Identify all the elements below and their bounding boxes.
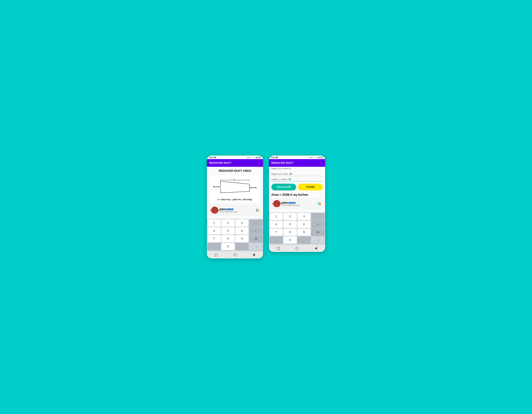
key-dot[interactable]: . <box>235 243 248 250</box>
app-header-1: REDUCER DUCT ⋮ <box>207 159 263 167</box>
key-1[interactable]: 1 <box>208 219 221 227</box>
clear-button[interactable]: CLEAR <box>298 184 323 191</box>
nav-square-2[interactable] <box>276 246 280 250</box>
ad-monster-icon-2 <box>273 200 280 207</box>
key2-4[interactable]: 4 <box>270 221 283 228</box>
keyboard2-row-3: 7 8 9 ⌫ <box>270 229 324 236</box>
ad-monster-icon-1 <box>211 207 218 214</box>
key2-9[interactable]: 9 <box>297 229 311 236</box>
nav-bar-2 <box>269 245 325 252</box>
phone-2: 8:27 AM ••• ✦ ⋮⋮⋮ 4G 52 REDUCER DUCT ⋮ H… <box>269 155 325 252</box>
app-title-1: REDUCER DUCT <box>209 162 231 164</box>
svg-text:L: L <box>234 178 235 180</box>
key2-6[interactable]: 6 <box>297 221 311 228</box>
key2-comma[interactable]: , <box>270 236 283 244</box>
nav-home-1[interactable] <box>233 253 237 257</box>
ad-content-1: Test Ad Nice job! This is a 320x100 test… <box>219 208 255 213</box>
network-type: 4G <box>256 157 257 158</box>
key-5[interactable]: 5 <box>221 227 235 234</box>
signal-dots: ••• <box>247 157 249 158</box>
key2-minus[interactable]: − <box>311 213 324 220</box>
main-content-1: REDUCER DUCT AREA L W1 X H1 W2 X H2 A = … <box>207 167 263 219</box>
ad-text-2: This is a 320x100 test ad. <box>282 204 317 206</box>
key-4[interactable]: 4 <box>208 227 221 234</box>
keyboard2-row-2: 4 5 6 ↵ <box>270 221 324 228</box>
nav-back-1[interactable] <box>252 253 256 257</box>
key2-8[interactable]: 8 <box>284 229 297 236</box>
key2-2[interactable]: 2 <box>284 213 297 220</box>
field-l-value: 26 <box>288 178 323 181</box>
svg-text:W2 X H2: W2 X H2 <box>250 187 256 189</box>
status-icons-2: ••• ✦ ⋮⋮⋮ 4G 52 <box>309 156 323 158</box>
field-l-label: Length ( L ) inches <box>271 178 287 180</box>
ad-banner-2: Test Ad Nice job! This is a 320x100 test… <box>271 198 323 209</box>
status-bar-1: 8:27 AM ••• ✦ ⋮⋮⋮ 4G 52 <box>207 155 263 159</box>
key2-tab[interactable]: →| <box>311 236 324 244</box>
key-backspace[interactable]: ⌫ <box>249 235 262 242</box>
field-h2-value: 25 <box>289 173 323 175</box>
app-header-2: REDUCER DUCT ⋮ <box>269 159 325 167</box>
key2-backspace[interactable]: ⌫ <box>311 229 324 236</box>
key-7[interactable]: 7 <box>208 235 221 242</box>
field-h2-row: Height ( H2 ) inches 25 <box>271 173 323 176</box>
page-title-1: REDUCER DUCT AREA <box>209 169 261 173</box>
nav-back-2[interactable] <box>314 246 318 250</box>
signal-bars: ⋮⋮⋮ <box>251 157 255 158</box>
key-minus[interactable]: − <box>249 219 262 227</box>
field-l-row: Length ( L ) inches 26 <box>271 178 323 181</box>
keyboard2-row-4: , 0 . →| <box>270 236 324 244</box>
h1-scrolled-label: Height ( H1 ) inches 25 <box>271 167 291 170</box>
buttons-row: CALCULATE CLEAR <box>271 184 323 191</box>
nav-home-2[interactable] <box>295 246 299 250</box>
keyboard-row-2: 4 5 6 ↵ <box>208 227 262 234</box>
ad-badge-2: Test Ad <box>282 202 288 204</box>
keyboard-1: 1 2 3 − 4 5 6 ↵ 7 8 9 ⌫ , 0 . →| <box>207 219 263 251</box>
key2-5[interactable]: 5 <box>284 221 297 228</box>
key2-enter[interactable]: ↵ <box>311 221 324 228</box>
diagram-container: L W1 X H1 W2 X H2 A = 2(W1+H1)L - [(W1+H… <box>209 175 261 203</box>
keyboard-2: 1 2 3 − 4 5 6 ↵ 7 8 9 ⌫ , 0 . →| <box>269 212 325 245</box>
key-tab[interactable]: →| <box>249 243 262 250</box>
menu-dots-2[interactable]: ⋮ <box>320 161 323 165</box>
key-8[interactable]: 8 <box>221 235 235 242</box>
key-enter[interactable]: ↵ <box>249 227 262 234</box>
key-2[interactable]: 2 <box>221 219 235 227</box>
keyboard-row-1: 1 2 3 − <box>208 219 262 227</box>
network-type-2: 4G <box>318 157 320 158</box>
scrolled-hint: Height ( H1 ) inches 25 <box>269 167 325 170</box>
ad-text-1: This is a 320x100 test ad. <box>219 211 255 213</box>
key2-dot[interactable]: . <box>297 236 311 244</box>
result-text: Area = 2548.0 sq inches <box>271 193 323 197</box>
svg-marker-0 <box>220 181 249 193</box>
calculate-button[interactable]: CALCULATE <box>271 184 296 191</box>
key2-1[interactable]: 1 <box>270 213 283 220</box>
nav-square-1[interactable] <box>214 253 218 257</box>
phone-1: 8:27 AM ••• ✦ ⋮⋮⋮ 4G 52 REDUCER DUCT ⋮ R… <box>207 155 263 259</box>
key2-3[interactable]: 3 <box>297 213 311 220</box>
ad-banner-1: Test Ad Nice job! This is a 320x100 test… <box>209 205 261 215</box>
field-h2-label: Height ( H2 ) inches <box>271 173 288 175</box>
ad-content-2: Test Ad Nice job! This is a 320x100 test… <box>282 201 317 206</box>
key-0[interactable]: 0 <box>221 243 235 250</box>
key2-7[interactable]: 7 <box>270 229 283 236</box>
key2-0[interactable]: 0 <box>284 236 297 244</box>
key-9[interactable]: 9 <box>235 235 248 242</box>
ad-logo-1 <box>256 209 259 212</box>
field-l: Length ( L ) inches 26 <box>271 178 323 181</box>
keyboard-row-3: 7 8 9 ⌫ <box>208 235 262 242</box>
nav-bar-1 <box>207 251 263 259</box>
ad-nice-1: Nice job! <box>226 209 233 210</box>
keyboard-row-4: , 0 . →| <box>208 243 262 250</box>
key-comma[interactable]: , <box>208 243 221 250</box>
key-3[interactable]: 3 <box>235 219 248 227</box>
reducer-duct-diagram: L W1 X H1 W2 X H2 <box>212 177 258 197</box>
main-content-2: Height ( H2 ) inches 25 Length ( L ) inc… <box>269 170 325 212</box>
menu-dots-1[interactable]: ⋮ <box>258 161 261 165</box>
bluetooth-icon-2: ✦ <box>311 157 312 158</box>
status-icons-1: ••• ✦ ⋮⋮⋮ 4G 52 <box>247 156 261 158</box>
app-title-2: REDUCER DUCT <box>271 162 294 164</box>
phones-container: 8:27 AM ••• ✦ ⋮⋮⋮ 4G 52 REDUCER DUCT ⋮ R… <box>207 155 325 259</box>
ad-logo-2 <box>318 202 321 205</box>
battery-1: 52 <box>258 156 261 158</box>
key-6[interactable]: 6 <box>235 227 248 234</box>
